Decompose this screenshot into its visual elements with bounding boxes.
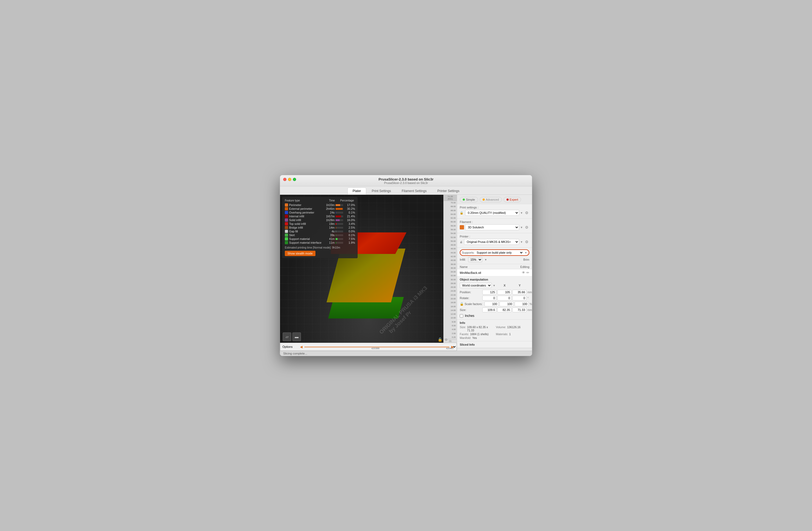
scale-row: 🔒 Scale factors: % (460, 302, 529, 306)
list-item: Top solid infill 19m 3.4% (285, 222, 355, 226)
info-grid: Size: 109.60 x 82.35 x 71.33 Volume: 136… (460, 325, 529, 339)
object-edit-button[interactable]: ✏ (526, 270, 529, 275)
filament-select[interactable]: 3D Solutech (465, 224, 519, 230)
tab-plater[interactable]: Plater (347, 187, 366, 195)
object-list-header: Name Editing (457, 264, 532, 269)
scale-label: Scale factors: (465, 302, 483, 306)
scale-x-input[interactable] (484, 302, 498, 306)
rotate-x-input[interactable] (482, 296, 496, 301)
stealth-mode-button[interactable]: Show stealth mode (285, 251, 316, 256)
list-item: External perimeter 2h46m 30.2% (285, 207, 355, 211)
info-size: Size: 109.60 x 82.35 x 71.33 (460, 325, 493, 332)
position-y-input[interactable] (497, 290, 511, 295)
editing-header: Editing (520, 265, 529, 268)
stats-header: Feature type Time Percentage (285, 199, 355, 202)
print-settings-chevron[interactable]: ▼ (520, 211, 523, 214)
supports-label: Supports: (462, 251, 475, 254)
tab-printer-settings[interactable]: Printer Settings (432, 187, 465, 195)
size-unit: mm (527, 309, 532, 311)
label-internal: Internal infill (289, 215, 321, 218)
size-row: Size: mm (460, 307, 529, 312)
time-support: 41m (322, 237, 335, 240)
scale-z-input[interactable] (514, 302, 528, 306)
color-ext-perimeter (285, 207, 288, 210)
supports-select[interactable]: Support on build plate only (476, 251, 523, 254)
rotate-y-input[interactable] (497, 296, 511, 301)
printer-label: Printer : (460, 235, 529, 238)
scale-y-input[interactable] (499, 302, 513, 306)
label-ext-perimeter: External perimeter (289, 207, 321, 210)
pct-top-solid: 3.4% (345, 222, 355, 225)
infill-chevron[interactable]: ▼ (484, 258, 487, 261)
printer-select[interactable]: Original Prusa i3 MK3S & MK3S+ (464, 239, 519, 245)
infill-select[interactable]: 15% (468, 257, 482, 262)
size-y-input[interactable] (497, 307, 511, 312)
inches-checkbox[interactable] (460, 314, 463, 318)
lock-icon[interactable]: 🔒 (438, 337, 442, 341)
time-gap: 4s (322, 230, 335, 233)
size-inputs (482, 307, 526, 312)
time-support-intf: 11m (322, 241, 335, 244)
print-settings-select[interactable]: 0.20mm QUALITY (modified) (465, 210, 519, 216)
coord-chevron[interactable]: ▼ (493, 284, 495, 287)
expert-mode-button[interactable]: Expert (504, 197, 521, 202)
info-materials-value: 1 (509, 333, 511, 336)
infill-brim-row: Infill: 15% ▼ Brim (460, 257, 529, 262)
position-x-input[interactable] (482, 290, 496, 295)
viewport-ruler: 71.20 (531) 70.00 68.00 66.00 64.00 62.0… (443, 195, 457, 343)
ruler-settings-icon[interactable]: ⚙ (445, 338, 448, 341)
bar-support-intf (336, 241, 344, 244)
rotate-row: Rotate: ° (460, 296, 529, 301)
position-z-input[interactable] (512, 290, 526, 295)
printer-chevron[interactable]: ▼ (520, 240, 523, 243)
object-eye-button[interactable]: 👁 (522, 270, 525, 275)
object-manipulation-section: Object manipulation World coordinates ▼ … (457, 276, 532, 320)
info-section: Info Size: 109.60 x 82.35 x 71.33 Volume… (457, 320, 532, 341)
filament-gear[interactable]: ⚙ (524, 225, 529, 230)
filament-chevron[interactable]: ▼ (520, 226, 523, 229)
rotate-z-input[interactable] (512, 296, 526, 301)
est-time-value: 9h10m (332, 246, 340, 249)
viewport-area: ORIGINAL PRUSA i3 MK3 by Josef Pr Featur… (280, 195, 457, 351)
color-top-solid (285, 222, 288, 225)
col-time: Time (329, 199, 335, 202)
scale-inputs (484, 302, 528, 306)
label-skirt: Skirt (289, 234, 321, 237)
printer-gear[interactable]: ⚙ (524, 239, 529, 244)
size-z-input[interactable] (512, 307, 526, 312)
list-item: Solid infill 1h28m 16.0% (285, 218, 355, 222)
right-panel: Simple Advanced Expert Print settings : … (457, 195, 532, 351)
pct-support: 7.5% (345, 237, 355, 240)
simple-mode-button[interactable]: Simple (460, 197, 478, 202)
size-x-input[interactable] (482, 307, 496, 312)
ruler-marks: 70.00 68.00 66.00 64.00 62.00 60.00 58.0… (444, 201, 457, 339)
3d-view-button[interactable]: ▱ (283, 333, 291, 341)
color-solid (285, 219, 288, 222)
export-gcode-button[interactable]: Export G-code (457, 348, 532, 351)
tab-filament-settings[interactable]: Filament Settings (396, 187, 432, 195)
status-bar: Slicing complete... (280, 351, 532, 356)
advanced-mode-button[interactable]: Advanced (480, 197, 502, 202)
maximize-button[interactable] (293, 178, 296, 181)
rotate-unit: ° (527, 297, 529, 300)
inches-row: Inches (460, 313, 529, 318)
z-header: Z (528, 284, 532, 287)
time-top-solid: 19m (322, 222, 335, 225)
range-left-label: 420388 (371, 347, 379, 350)
pct-overhang: 0.1% (345, 211, 355, 214)
tab-print-settings[interactable]: Print Settings (367, 187, 396, 195)
color-bridge (285, 226, 288, 229)
close-button[interactable] (283, 178, 287, 181)
print-settings-gear[interactable]: ⚙ (524, 210, 529, 215)
layer-view-button[interactable]: ▬ (292, 333, 301, 341)
scale-lock-icon[interactable]: 🔒 (460, 302, 464, 306)
list-item: Gap fill 4s 0.0% (285, 229, 355, 233)
tab-bar: Plater Print Settings Filament Settings … (280, 186, 532, 195)
minimize-button[interactable] (288, 178, 291, 181)
info-volume-value: 136126.16 (507, 325, 520, 332)
supports-chevron[interactable]: ▼ (524, 251, 527, 254)
coord-system-select[interactable]: World coordinates (460, 283, 492, 288)
window-title: PrusaSlicer-2.3.0 based on Slic3r (379, 177, 434, 181)
rotate-label: Rotate: (460, 296, 481, 300)
pct-solid: 16.0% (345, 219, 355, 222)
